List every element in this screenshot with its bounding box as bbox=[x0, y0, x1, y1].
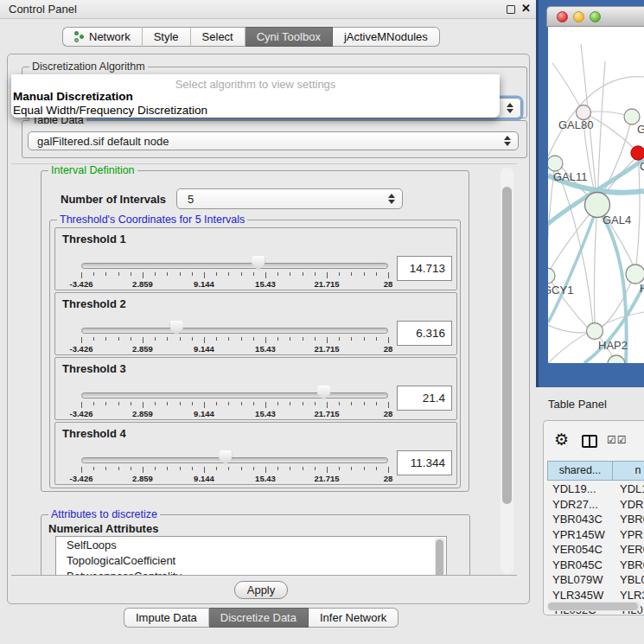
mac-zoom-button[interactable] bbox=[590, 11, 601, 22]
tick-mark bbox=[216, 402, 217, 405]
tick-mark bbox=[105, 467, 106, 470]
split-column-icon[interactable] bbox=[582, 435, 597, 448]
network-icon bbox=[74, 31, 85, 43]
cell-name: YPR1 bbox=[620, 528, 644, 541]
tab-style[interactable]: Style bbox=[143, 27, 191, 47]
slider-track[interactable] bbox=[81, 328, 388, 334]
dropdown-option-manual[interactable]: Manual Discretization bbox=[13, 90, 133, 103]
tick-label: 9.144 bbox=[194, 279, 214, 289]
node-bottom-partial[interactable] bbox=[608, 355, 625, 363]
tick-mark bbox=[204, 272, 205, 278]
tab-discretize-data[interactable]: Discretize Data bbox=[209, 608, 309, 628]
tick-mark bbox=[265, 272, 266, 278]
mac-close-button[interactable] bbox=[557, 11, 568, 22]
tab-select[interactable]: Select bbox=[191, 27, 245, 47]
tick-mark bbox=[376, 272, 377, 276]
node-red-selected[interactable] bbox=[631, 146, 644, 160]
table-data-combo[interactable]: galFiltered.sif default node bbox=[28, 131, 519, 150]
tick-mark bbox=[290, 402, 290, 405]
threshold-value-field[interactable]: 11.344 bbox=[397, 450, 452, 475]
node-gal11[interactable] bbox=[548, 156, 563, 171]
cell-name: YLR3 bbox=[620, 589, 644, 602]
tick-mark bbox=[105, 337, 106, 341]
cell-shared-name: YDR27... bbox=[552, 498, 598, 511]
slider-track[interactable] bbox=[81, 263, 388, 269]
network-window-titlebar[interactable] bbox=[546, 6, 644, 27]
node-label: GCY1 bbox=[548, 284, 573, 296]
threshold-value-field[interactable]: 21.4 bbox=[397, 386, 452, 411]
tab-impute-data[interactable]: Impute Data bbox=[124, 608, 209, 628]
tick-mark bbox=[351, 337, 352, 341]
tick-mark bbox=[315, 337, 316, 341]
panel-title: Control Panel bbox=[9, 3, 77, 16]
tab-cyni-toolbox[interactable]: Cyni Toolbox bbox=[245, 27, 333, 47]
panel-scrollbar[interactable] bbox=[501, 168, 513, 574]
threshold-value-field[interactable]: 6.316 bbox=[397, 321, 452, 346]
gear-icon[interactable]: ⚙ bbox=[554, 430, 569, 450]
tick-label: 2.859 bbox=[132, 409, 153, 418]
close-icon[interactable]: ✕ bbox=[521, 2, 531, 15]
threshold-label: Threshold 3 bbox=[62, 362, 126, 375]
tick-mark bbox=[180, 337, 181, 341]
tick-mark bbox=[265, 337, 266, 343]
node-h[interactable] bbox=[626, 265, 644, 284]
tick-mark bbox=[351, 402, 352, 405]
tick-mark bbox=[93, 337, 94, 341]
node-gal80[interactable] bbox=[577, 105, 591, 120]
tick-mark bbox=[118, 272, 119, 276]
tick-label: 15.43 bbox=[255, 474, 276, 483]
slider-track[interactable] bbox=[81, 392, 388, 399]
interval-definition-group: Interval Definition Number of Intervals … bbox=[41, 170, 469, 492]
dropdown-option-equal-width[interactable]: Equal Width/Frequency Discretization bbox=[13, 104, 207, 117]
column-header-shared-name[interactable]: shared... bbox=[547, 461, 613, 481]
checkbox-icons[interactable]: ☑☑ bbox=[607, 434, 628, 446]
list-item[interactable]: BetweennessCentrality bbox=[56, 568, 446, 576]
tab-jactivemnodules[interactable]: jActiveMNodules bbox=[333, 27, 440, 47]
tick-mark bbox=[155, 337, 156, 341]
apply-button[interactable]: Apply bbox=[234, 581, 288, 599]
threshold-value-field[interactable]: 14.713 bbox=[397, 256, 452, 281]
cell-shared-name: YBL079W bbox=[552, 573, 603, 586]
tab-network[interactable]: Network bbox=[62, 27, 143, 47]
slider-track[interactable] bbox=[81, 457, 388, 463]
threshold-label: Threshold 4 bbox=[62, 427, 126, 440]
list-item[interactable]: TopologicalCoefficient bbox=[56, 552, 446, 568]
list-item[interactable]: SelfLoops bbox=[56, 537, 446, 552]
tab-label: Style bbox=[154, 28, 179, 47]
tick-label: 15.43 bbox=[255, 409, 276, 418]
cell-name: YBR0 bbox=[620, 558, 644, 571]
mac-minimize-button[interactable] bbox=[573, 11, 584, 22]
tick-label: 21.715 bbox=[314, 344, 339, 354]
tick-mark bbox=[143, 272, 143, 278]
table-panel: ⚙ ☑☑ shared...nYDL19...YDL1YDR27...YDR2Y… bbox=[543, 420, 644, 615]
node-gcy1[interactable] bbox=[548, 268, 555, 284]
node-label: H bbox=[640, 282, 644, 295]
tab-label: Impute Data bbox=[136, 609, 197, 628]
float-window-icon[interactable] bbox=[507, 5, 515, 14]
node-label: GAL11 bbox=[553, 170, 588, 183]
tick-mark bbox=[228, 337, 229, 341]
attributes-list[interactable]: SelfLoopsTopologicalCoefficientBetweenne… bbox=[55, 536, 447, 576]
tick-mark bbox=[364, 467, 365, 470]
column-header-name[interactable]: n bbox=[612, 461, 644, 481]
tick-mark bbox=[155, 402, 156, 405]
tick-mark bbox=[265, 402, 266, 408]
network-canvas[interactable]: GAL80 G C GAL11 GAL4 GCY1 H HAP2 bbox=[548, 27, 644, 363]
tick-mark bbox=[241, 337, 242, 341]
tick-mark bbox=[118, 402, 119, 405]
cell-name: YDL1 bbox=[620, 482, 644, 495]
tick-label: 9.144 bbox=[194, 474, 214, 483]
network-window: GAL80 G C GAL11 GAL4 GCY1 H HAP2 bbox=[536, 0, 644, 387]
tick-mark bbox=[192, 272, 193, 276]
node-hap2[interactable] bbox=[587, 323, 603, 340]
tick-label: 2.859 bbox=[132, 344, 153, 354]
table-horizontal-scrollbar[interactable] bbox=[547, 602, 641, 611]
num-intervals-combo[interactable]: 5 bbox=[176, 188, 403, 209]
cell-shared-name: YLR345W bbox=[552, 589, 603, 602]
threshold-label: Threshold 2 bbox=[62, 297, 126, 310]
tick-mark bbox=[277, 337, 278, 341]
tab-infer-network[interactable]: Infer Network bbox=[309, 608, 399, 628]
numerical-attributes-label: Numerical Attributes bbox=[48, 522, 158, 535]
list-scrollbar[interactable] bbox=[435, 538, 445, 576]
tick-mark bbox=[277, 272, 278, 276]
